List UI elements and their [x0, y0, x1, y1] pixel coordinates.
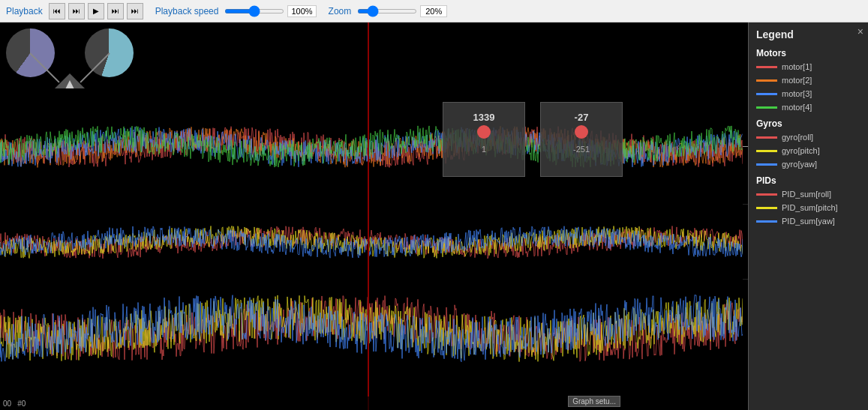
- legend-color-bar: [756, 66, 777, 68]
- main-area: Motors 1339 1 -27 -251: [0, 22, 868, 410]
- bottom-text-1: 00: [3, 400, 11, 408]
- gyros-graph: Gyros: [0, 205, 748, 280]
- motor-1-top-value: 1339: [473, 112, 495, 123]
- legend-color-bar: [756, 163, 777, 166]
- legend-item[interactable]: PID_sum[roll]: [749, 187, 868, 201]
- toolbar: Playback ⏮ ⏭ ▶ ⏭ ⏭ Playback speed 100% Z…: [0, 0, 868, 22]
- legend-color-bar: [756, 220, 777, 223]
- legend-item-label: motor[2]: [782, 76, 812, 85]
- motor-2-dot: [575, 125, 588, 139]
- legend-item-label: PID_sum[roll]: [782, 190, 831, 199]
- legend-color-bar: [756, 207, 777, 209]
- motor-1-bottom-value: 1: [482, 145, 486, 154]
- legend-item[interactable]: motor[4]: [749, 100, 868, 114]
- legend-item-label: gyro[roll]: [782, 133, 813, 142]
- graph-setup-button[interactable]: Graph setu...: [568, 396, 620, 407]
- playhead: [368, 22, 369, 410]
- legend-close-button[interactable]: ×: [857, 25, 863, 37]
- motor-2-bottom-value: -251: [573, 145, 590, 154]
- speed-value: 100%: [287, 5, 316, 17]
- play-button[interactable]: ▶: [88, 3, 104, 19]
- legend-item-label: PID_sum[pitch]: [782, 203, 838, 212]
- legend-color-bar: [756, 136, 777, 139]
- legend-item-label: motor[4]: [782, 103, 812, 112]
- legend-item-label: motor[1]: [782, 62, 812, 71]
- legend-item[interactable]: gyro[yaw]: [749, 157, 868, 171]
- playback-section: Playback ⏮ ⏭ ▶ ⏭ ⏭: [6, 3, 143, 19]
- skip-to-end-button[interactable]: ⏭: [127, 3, 143, 19]
- legend-color-bar: [756, 106, 777, 109]
- speed-slider[interactable]: [224, 9, 284, 13]
- next-frame-button[interactable]: ⏭: [107, 3, 124, 19]
- legend-item[interactable]: motor[3]: [749, 87, 868, 100]
- playback-label: Playback: [6, 6, 43, 16]
- zoom-slider[interactable]: [357, 9, 417, 13]
- motor-1-dot: [477, 125, 491, 139]
- motor-box-1: 1339 1: [443, 102, 525, 177]
- pids-canvas: [0, 280, 743, 377]
- legend-item[interactable]: motor[1]: [749, 60, 868, 73]
- legend-group-motors: Motors: [749, 43, 868, 60]
- bottom-text-2: #0: [17, 400, 26, 408]
- legend-item[interactable]: PID_sum[yaw]: [749, 214, 868, 228]
- motors-graph: Motors 1339 1 -27 -251: [0, 88, 748, 205]
- zoom-value: 20%: [420, 5, 447, 17]
- legend-item[interactable]: gyro[pitch]: [749, 144, 868, 157]
- playback-speed-label: Playback speed: [155, 6, 219, 16]
- legend-group-pids: PIDs: [749, 171, 868, 187]
- visualization-area: Motors 1339 1 -27 -251: [0, 22, 748, 410]
- motor-2-top-value: -27: [575, 112, 589, 123]
- legend-item[interactable]: motor[2]: [749, 73, 868, 87]
- legend-color-bar: [756, 93, 777, 95]
- legend-color-bar: [756, 79, 777, 82]
- motor-box-2-inner: -27 -251: [573, 125, 590, 154]
- zoom-section: Zoom 20%: [329, 5, 448, 17]
- skip-to-start-button[interactable]: ⏮: [49, 3, 65, 19]
- legend-group-gyros: Gyros: [749, 114, 868, 130]
- legend-color-bar: [756, 150, 777, 152]
- pids-graph: PIDs: [0, 280, 748, 377]
- bottom-bar: 00 #0 Graph setu...: [0, 397, 748, 410]
- legend-item-label: motor[3]: [782, 89, 812, 98]
- playback-speed-section: Playback speed 100%: [155, 5, 317, 17]
- legend-content: Motorsmotor[1]motor[2]motor[3]motor[4]Gy…: [749, 43, 868, 228]
- zoom-label: Zoom: [329, 6, 352, 16]
- prev-frame-button[interactable]: ⏭: [68, 3, 85, 19]
- legend-item-label: PID_sum[yaw]: [782, 217, 835, 226]
- motor-box-1-inner: 1339 1: [477, 125, 491, 154]
- legend-panel: × Legend Motorsmotor[1]motor[2]motor[3]m…: [748, 22, 868, 410]
- gyros-canvas: [0, 205, 743, 280]
- legend-color-bar: [756, 193, 777, 196]
- motors-canvas: [0, 88, 743, 205]
- legend-item-label: gyro[pitch]: [782, 146, 820, 155]
- legend-title: Legend: [749, 22, 868, 43]
- legend-item[interactable]: PID_sum[pitch]: [749, 201, 868, 214]
- legend-item[interactable]: gyro[roll]: [749, 130, 868, 144]
- legend-item-label: gyro[yaw]: [782, 160, 817, 169]
- motor-box-2: -27 -251: [540, 102, 623, 177]
